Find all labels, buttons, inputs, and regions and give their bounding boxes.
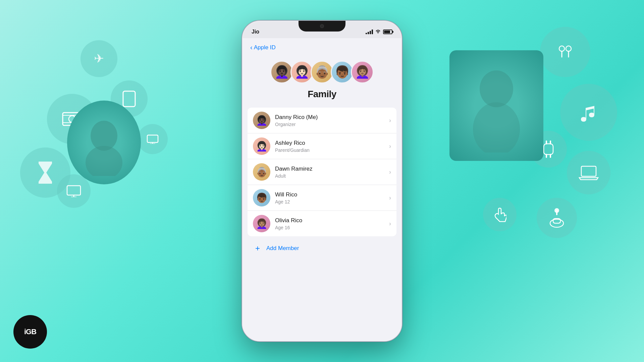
carrier-label: Jio	[252, 29, 259, 35]
header-avatar-5: 👩🏽‍🦱	[351, 61, 374, 83]
wifi-icon	[375, 29, 381, 35]
front-camera	[320, 24, 324, 28]
member-info-danny: Danny Rico (Me) Organizer	[275, 114, 389, 127]
chevron-danny: ›	[389, 117, 391, 124]
igb-logo: iGB	[13, 315, 47, 349]
svg-point-29	[378, 32, 379, 33]
header-avatar-2: 👩🏻‍🦱	[290, 61, 313, 83]
avatar-row: 👩🏿‍🦱 👩🏻‍🦱 👵🏾 👦🏾 👩🏽‍🦱	[270, 61, 374, 83]
member-name-will: Will Rico	[275, 191, 389, 198]
back-label: Apple ID	[254, 44, 276, 51]
family-member-ashley[interactable]: 👩🏻‍🦱 Ashley Rico Parent/Guardian ›	[248, 133, 396, 159]
member-name-danny: Danny Rico (Me)	[275, 114, 389, 121]
svg-point-26	[86, 146, 122, 176]
airpods-icon	[540, 27, 590, 77]
music-icon	[560, 84, 617, 141]
svg-point-28	[473, 102, 520, 153]
member-role-will: Age 12	[275, 199, 389, 204]
phone-notch	[299, 21, 345, 32]
member-role-olivia: Age 16	[275, 225, 389, 230]
svg-point-27	[480, 70, 513, 107]
laptop-icon	[567, 151, 610, 194]
member-role-dawn: Adult	[275, 173, 389, 179]
member-avatar-danny: 👩🏿‍🦱	[253, 112, 270, 129]
airplane-icon: ✈	[80, 40, 117, 77]
member-name-ashley: Ashley Rico	[275, 139, 389, 147]
back-chevron-icon: ‹	[250, 44, 253, 51]
svg-rect-15	[544, 144, 553, 155]
girl-photo	[449, 50, 543, 161]
header-avatar-3: 👵🏾	[311, 61, 333, 83]
family-title: Family	[308, 89, 336, 100]
header-avatar-4: 👦🏾	[331, 61, 354, 83]
screen-content: ‹ Apple ID 👩🏿‍🦱 👩🏻‍🦱 👵🏾 👦🏾 👩🏽‍🦱 Family	[242, 38, 402, 341]
nav-bar: ‹ Apple ID	[242, 38, 402, 54]
add-member-label: Add Member	[266, 245, 299, 252]
family-header: 👩🏿‍🦱 👩🏻‍🦱 👵🏾 👦🏾 👩🏽‍🦱 Family	[242, 54, 402, 105]
add-icon: +	[253, 244, 262, 253]
signal-icon	[366, 29, 373, 34]
battery-icon	[383, 29, 392, 34]
add-member-button[interactable]: + Add Member	[248, 239, 396, 258]
back-button[interactable]: ‹ Apple ID	[250, 44, 276, 51]
member-info-ashley: Ashley Rico Parent/Guardian	[275, 139, 389, 153]
chevron-dawn: ›	[389, 169, 391, 176]
member-info-will: Will Rico Age 12	[275, 191, 389, 204]
member-avatar-ashley: 👩🏻‍🦱	[253, 137, 270, 155]
svg-rect-20	[581, 166, 596, 176]
boy-photo	[67, 101, 141, 184]
member-info-olivia: Olivia Rico Age 16	[275, 217, 389, 230]
member-role-ashley: Parent/Guardian	[275, 147, 389, 153]
status-icons	[366, 29, 392, 35]
header-avatar-1: 👩🏿‍🦱	[270, 61, 293, 83]
family-member-will[interactable]: 👦🏾 Will Rico Age 12 ›	[248, 185, 396, 211]
family-list: 👩🏿‍🦱 Danny Rico (Me) Organizer › 👩🏻‍🦱 As…	[248, 108, 396, 236]
screen-icon	[138, 124, 168, 154]
svg-point-12	[566, 46, 571, 51]
joystick-icon	[537, 198, 577, 238]
hand-icon	[483, 198, 517, 231]
svg-rect-8	[147, 135, 158, 142]
svg-point-22	[554, 208, 559, 213]
chevron-ashley: ›	[389, 143, 391, 150]
member-info-dawn: Dawn Ramirez Adult	[275, 165, 389, 178]
chevron-olivia: ›	[389, 220, 391, 227]
family-member-olivia[interactable]: 👩🏽‍🦱 Olivia Rico Age 16 ›	[248, 211, 396, 236]
family-member-danny[interactable]: 👩🏿‍🦱 Danny Rico (Me) Organizer ›	[248, 108, 396, 133]
member-avatar-olivia: 👩🏽‍🦱	[253, 215, 270, 232]
family-member-dawn[interactable]: 👵🏾 Dawn Ramirez Adult ›	[248, 159, 396, 185]
member-avatar-will: 👦🏾	[253, 189, 270, 206]
svg-point-11	[559, 46, 565, 51]
phone: Jio	[241, 20, 402, 342]
member-avatar-dawn: 👵🏾	[253, 163, 270, 181]
phone-body: Jio	[241, 20, 402, 342]
chevron-will: ›	[389, 194, 391, 201]
hourglass-icon	[20, 147, 70, 198]
member-name-olivia: Olivia Rico	[275, 217, 389, 224]
svg-rect-0	[123, 91, 135, 107]
svg-rect-5	[67, 186, 80, 195]
member-name-dawn: Dawn Ramirez	[275, 165, 389, 173]
member-role-danny: Organizer	[275, 122, 389, 127]
